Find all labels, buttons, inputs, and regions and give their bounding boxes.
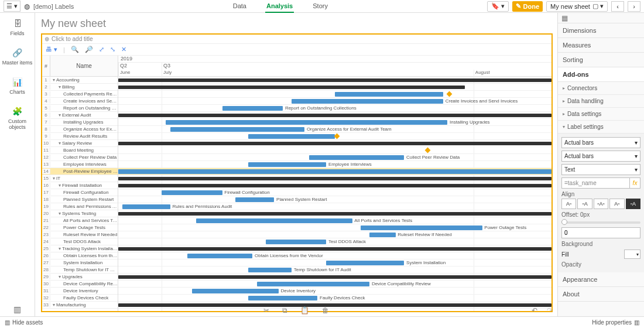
nav-story[interactable]: Story — [311, 0, 329, 13]
task-bar[interactable] — [166, 120, 447, 125]
table-row[interactable]: 4Create Invoices and Send Invoices — [42, 98, 118, 105]
zoom-out-icon[interactable]: 🔎 — [85, 46, 93, 53]
summary-bar[interactable] — [118, 212, 551, 216]
table-row[interactable]: 9Review Audit Results — [42, 133, 118, 140]
section-sorting[interactable]: Sorting — [558, 53, 644, 67]
section-appearance[interactable]: Appearance — [558, 272, 644, 287]
table-row[interactable]: 1▾Accounting — [42, 77, 118, 84]
align-center[interactable]: ▫A▫ — [594, 199, 608, 209]
paste-icon[interactable]: 📋 — [300, 306, 309, 315]
table-row[interactable]: 5Report on Outstanding Collections — [42, 105, 118, 112]
task-bar[interactable] — [235, 197, 275, 202]
table-row[interactable]: 6▾External Audit — [42, 112, 118, 119]
table-row[interactable]: 17Firewall Configuration — [42, 189, 118, 196]
task-bar[interactable] — [248, 162, 326, 167]
fit-icon[interactable]: ⤢ — [99, 46, 104, 53]
nav-data[interactable]: Data — [232, 0, 248, 13]
gantt-object[interactable]: ⊕ Click to add title 🖶 ▾ | 🔍 🔎 ⤢ ⤡ ✕ # N… — [41, 33, 553, 312]
align-right-out[interactable]: ▫A — [626, 199, 640, 209]
asset-custom[interactable]: 🧩Custom objects — [0, 101, 35, 136]
redo-icon[interactable]: ↷ — [547, 306, 553, 315]
table-row[interactable]: 22Power Outage Tests — [42, 224, 118, 231]
fx-button[interactable]: fx — [630, 177, 640, 189]
sheet-title[interactable]: My new sheet — [41, 18, 553, 30]
table-icon[interactable]: ▦ — [561, 14, 568, 22]
summary-bar[interactable] — [118, 142, 551, 145]
table-row[interactable]: 19Rules and Permissions Audit — [42, 203, 118, 210]
undo-icon[interactable]: ↶ — [532, 306, 537, 315]
prev-sheet-button[interactable]: ‹ — [611, 1, 624, 12]
summary-bar[interactable] — [118, 184, 551, 187]
sub-data-settings[interactable]: Data settings — [558, 108, 644, 121]
task-bar[interactable] — [248, 268, 292, 272]
label-group-header[interactable]: Actual bars▾ — [561, 137, 640, 148]
task-bar[interactable] — [170, 127, 304, 132]
asset-charts[interactable]: 📊Charts — [0, 71, 35, 101]
table-row[interactable]: 15▾IT — [42, 175, 118, 182]
task-bar[interactable] — [222, 106, 283, 111]
section-dimensions[interactable]: Dimensions — [558, 23, 644, 38]
task-bar[interactable] — [369, 233, 395, 237]
expand-icon[interactable]: ⤡ — [110, 46, 115, 53]
table-row[interactable]: 31Device Inventory — [42, 288, 118, 295]
align-left-out[interactable]: A▫ — [561, 199, 576, 209]
asset-fields[interactable]: 🗄Fields — [0, 13, 35, 42]
task-bar[interactable] — [309, 155, 405, 160]
table-row[interactable]: 32Faulty Devices Check — [42, 295, 118, 302]
task-bar[interactable] — [257, 282, 369, 286]
table-row[interactable]: 18Planned System Restart — [42, 196, 118, 203]
summary-bar[interactable] — [118, 78, 551, 82]
table-row[interactable]: 16▾Firewall Installation — [42, 182, 118, 189]
table-row[interactable]: 20▾Systems Testing — [42, 210, 118, 217]
summary-bar[interactable] — [118, 177, 551, 180]
sub-data-handling[interactable]: Data handling — [558, 95, 644, 108]
table-row[interactable]: 28Temp Shutdown for IT Audit — [42, 266, 118, 274]
bookmark-button[interactable]: 🔖 ▾ — [487, 1, 509, 12]
next-sheet-button[interactable]: › — [628, 1, 640, 12]
task-bar[interactable] — [326, 261, 404, 265]
milestone-diamond[interactable] — [447, 91, 453, 97]
align-left-in[interactable]: ▫A — [577, 199, 592, 209]
collapse-icon[interactable]: ✕ — [121, 46, 126, 53]
table-row[interactable]: 27System Installation — [42, 259, 118, 266]
label-expression-input[interactable]: =task_name — [561, 177, 630, 189]
table-row[interactable]: 8Organize Access for External Audit Team — [42, 126, 118, 133]
table-row[interactable]: 30Device Compatibility Review — [42, 281, 118, 288]
print-icon[interactable]: 🖶 ▾ — [46, 46, 57, 53]
copy-icon[interactable]: ⧉ — [282, 306, 287, 315]
task-bar[interactable] — [292, 99, 443, 104]
task-bar[interactable] — [122, 204, 170, 209]
task-bar[interactable] — [335, 92, 443, 97]
sub-connectors[interactable]: Connectors — [558, 82, 644, 95]
milestone-diamond[interactable] — [425, 148, 431, 153]
label-select-text[interactable]: Text▾ — [561, 164, 640, 175]
align-right-in[interactable]: A▫ — [609, 199, 624, 209]
asset-master-items[interactable]: 🔗Master items — [0, 42, 35, 71]
table-row[interactable]: 7Installing Upgrades — [42, 119, 118, 126]
table-row[interactable]: 25▾Tracking System Installation — [42, 245, 118, 252]
table-row[interactable]: 2▾Billing — [42, 84, 118, 91]
task-bar[interactable] — [196, 218, 352, 223]
offset-input[interactable] — [561, 227, 640, 238]
section-measures[interactable]: Measures — [558, 38, 644, 53]
viz-title-placeholder[interactable]: Click to add title — [52, 36, 93, 42]
table-row[interactable]: 24Test DDOS Attack — [42, 238, 118, 245]
task-bar[interactable] — [162, 190, 222, 195]
task-bar[interactable] — [248, 134, 335, 139]
summary-bar[interactable] — [118, 86, 465, 89]
label-select-bars[interactable]: Actual bars▾ — [561, 151, 640, 162]
table-row[interactable]: 29▾Upgrades — [42, 274, 118, 281]
table-row[interactable]: 14Post-Review Employee Interviews — [42, 168, 118, 175]
task-bar[interactable] — [118, 169, 551, 174]
milestone-diamond[interactable] — [334, 134, 340, 139]
table-row[interactable]: 21All Ports and Services Tests — [42, 217, 118, 224]
table-row[interactable]: 3Collected Payments Review — [42, 91, 118, 98]
table-row[interactable]: 11Board Meeting — [42, 147, 118, 154]
zoom-in-icon[interactable]: 🔍 — [71, 46, 79, 53]
task-bar[interactable] — [248, 296, 317, 300]
asset-collapse-icon[interactable]: ▥ — [0, 305, 35, 314]
done-button[interactable]: ✎ Done — [512, 1, 543, 12]
section-addons[interactable]: Add-ons — [558, 67, 644, 82]
section-about[interactable]: About — [558, 287, 644, 302]
summary-bar[interactable] — [118, 114, 551, 117]
